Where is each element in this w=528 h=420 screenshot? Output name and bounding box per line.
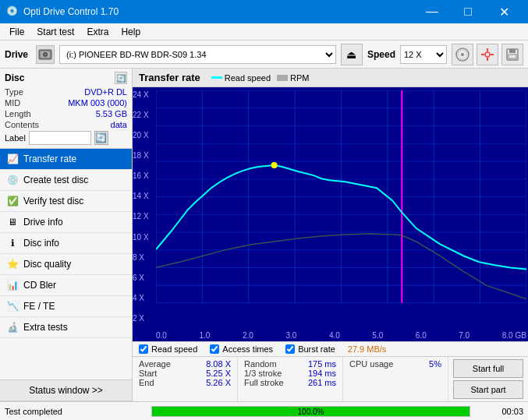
start-full-button[interactable]: Start full (453, 359, 523, 378)
disc-mid-row: MID MKM 003 (000) (5, 98, 127, 108)
status-window-button[interactable]: Status window >> (0, 380, 132, 401)
svg-rect-11 (491, 54, 494, 55)
x-label-5: 5.0 (372, 331, 383, 340)
nav-create-test-disc[interactable]: 💿 Create test disc (0, 170, 132, 191)
disc-type-row: Type DVD+R DL (5, 87, 127, 97)
disc-refresh-icon[interactable]: 🔄 (115, 72, 127, 84)
nav-disc-quality-label: Disc quality (23, 259, 71, 270)
x-label-6: 6.0 (416, 331, 427, 340)
disc-length-row: Length 5.53 GB (5, 109, 127, 118)
access-times-checkbox[interactable] (210, 344, 219, 354)
drive-info-icon: 🖥 (6, 216, 19, 228)
content-header: Transfer rate Read speed RPM (133, 69, 528, 87)
disc-contents-label: Contents (5, 120, 39, 129)
x-label-2: 2.0 (243, 331, 253, 340)
extra-tests-icon: 🔬 (6, 321, 19, 334)
fe-te-icon: 📉 (6, 300, 19, 312)
nav-transfer-rate[interactable]: 📈 Transfer rate (0, 149, 132, 170)
toolbar-icons (452, 44, 523, 65)
content-area: Transfer rate Read speed RPM 24 X 22 X 2… (133, 69, 528, 401)
disc-info-icon: ℹ (6, 237, 19, 249)
create-test-disc-icon: 💿 (6, 174, 19, 186)
svg-point-5 (461, 53, 464, 56)
burst-rate-checkbox-label[interactable]: Burst rate (285, 344, 335, 354)
legend-read-speed-label: Read speed (225, 73, 271, 83)
drive-label: Drive (5, 49, 28, 60)
maximize-button[interactable]: □ (450, 0, 486, 23)
start-part-button[interactable]: Start part (453, 380, 523, 399)
disc-label-input[interactable] (29, 131, 91, 145)
nav-extra-tests[interactable]: 🔬 Extra tests (0, 317, 132, 338)
legend-read-speed: Read speed (211, 73, 271, 83)
nav-create-test-disc-label: Create test disc (23, 175, 88, 185)
chart-legend: Read speed RPM (211, 73, 310, 83)
minimize-button[interactable]: — (414, 0, 450, 23)
nav-extra-tests-label: Extra tests (23, 322, 68, 333)
x-label-8: 8.0 GB (502, 331, 526, 340)
stats-section: Average 8.08 X Start 5.25 X End 5.26 X R… (133, 356, 528, 401)
disc-label-refresh[interactable]: 🔄 (94, 131, 108, 145)
nav-drive-info-label: Drive info (23, 217, 63, 228)
stat-cpu-usage: CPU usage 5% (349, 359, 441, 369)
disc-header: Disc 🔄 (5, 72, 127, 84)
nav-drive-info[interactable]: 🖥 Drive info (0, 212, 132, 233)
drive-bar: Drive (i:) PIONEER BD-RW BDR-S09 1.34 ⏏ … (0, 41, 528, 69)
transfer-rate-icon: 📈 (6, 153, 19, 165)
disc-length-value: 5.53 GB (96, 109, 127, 118)
x-label-4: 4.0 (329, 331, 340, 340)
disc-panel: Disc 🔄 Type DVD+R DL MID MKM 003 (000) L… (0, 69, 132, 149)
svg-point-3 (44, 54, 46, 55)
checkboxes-row: Read speed Access times Burst rate 27.9 … (133, 341, 528, 356)
menu-file[interactable]: File (3, 25, 30, 39)
drive-select[interactable]: (i:) PIONEER BD-RW BDR-S09 1.34 (59, 45, 336, 64)
svg-point-38 (271, 162, 278, 168)
stat-random: Random 175 ms (244, 359, 336, 369)
progress-bar-container: 100.0% (151, 406, 470, 417)
window-controls: — □ ✕ (414, 0, 522, 23)
disc-contents-row: Contents data (5, 120, 127, 129)
y-label-24: 24 X (133, 90, 154, 99)
stat-one-third-stroke: 1/3 stroke 194 ms (244, 369, 336, 378)
settings-icon-button[interactable] (477, 44, 498, 65)
nav-verify-test-disc-label: Verify test disc (23, 196, 83, 206)
y-label-6: 6 X (133, 274, 154, 282)
nav-verify-test-disc[interactable]: ✅ Verify test disc (0, 191, 132, 212)
legend-rpm: RPM (277, 73, 309, 83)
nav-disc-quality[interactable]: ⭐ Disc quality (0, 254, 132, 275)
burst-rate-value: 27.9 MB/s (348, 344, 387, 354)
action-buttons: Start full Start part (448, 357, 528, 401)
nav-cd-bler[interactable]: 📊 CD Bler (0, 275, 132, 296)
eject-button[interactable]: ⏏ (341, 44, 363, 65)
disc-type-value: DVD+R DL (84, 87, 127, 97)
menu-extra[interactable]: Extra (80, 25, 115, 39)
nav-fe-te[interactable]: 📉 FE / TE (0, 296, 132, 317)
sidebar-bottom: Status window >> (0, 379, 132, 401)
burst-rate-checkbox[interactable] (285, 344, 295, 354)
speed-label: Speed (367, 49, 395, 60)
menu-starttest[interactable]: Start test (30, 25, 80, 39)
legend-read-speed-color (211, 76, 222, 79)
disc-quality-icon: ⭐ (6, 258, 19, 270)
nav-disc-info[interactable]: ℹ Disc info (0, 233, 132, 254)
access-times-checkbox-label[interactable]: Access times (210, 344, 273, 354)
stats-col-2: Random 175 ms 1/3 stroke 194 ms Full str… (238, 357, 343, 401)
drive-icon (36, 45, 55, 64)
disc-label-label: Label (5, 133, 26, 143)
disc-length-label: Length (5, 109, 31, 118)
disc-contents-value: data (111, 120, 127, 129)
nav-fe-te-label: FE / TE (23, 301, 55, 312)
disc-mid-value: MKM 003 (000) (68, 98, 127, 108)
disc-mid-label: MID (5, 98, 20, 108)
x-label-3: 3.0 (285, 331, 296, 340)
menu-help[interactable]: Help (115, 25, 147, 39)
read-speed-checkbox-label[interactable]: Read speed (139, 344, 197, 354)
save-icon-button[interactable] (501, 44, 523, 65)
cd-bler-icon: 📊 (6, 279, 19, 291)
disc-title: Disc (5, 72, 24, 83)
close-button[interactable]: ✕ (486, 0, 522, 23)
read-speed-checkbox[interactable] (139, 344, 148, 354)
svg-point-7 (485, 52, 490, 57)
disc-icon-button[interactable] (452, 44, 473, 65)
speed-select[interactable]: 12 X Max 8 X 4 X (400, 45, 447, 64)
nav-disc-info-label: Disc info (23, 238, 59, 249)
